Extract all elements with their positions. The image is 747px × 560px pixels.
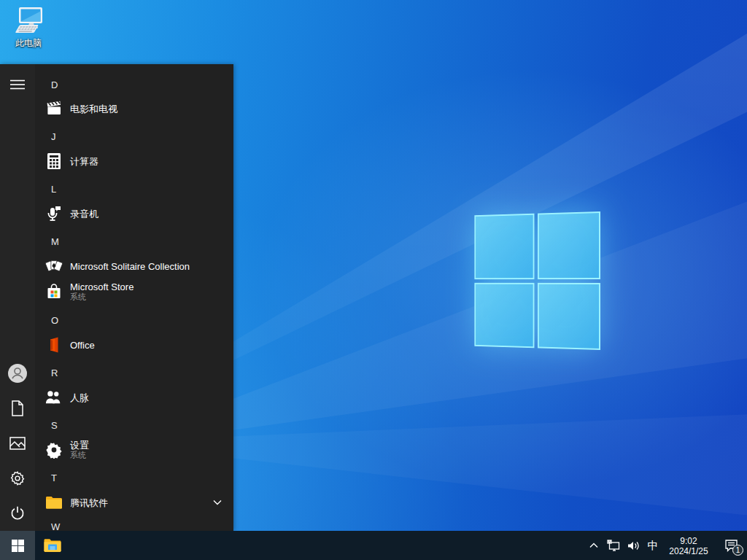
speaker-icon	[627, 540, 640, 551]
pictures-icon	[9, 437, 26, 450]
settings-gear-icon	[45, 441, 63, 459]
section-letter-r[interactable]: R	[35, 365, 233, 381]
network-button[interactable]	[604, 531, 623, 560]
hidden-icons-button[interactable]	[584, 531, 604, 560]
section-letter-l[interactable]: L	[35, 181, 233, 197]
start-menu-app-list: D 电影和电视 J	[35, 64, 233, 531]
notification-badge: 1	[732, 545, 743, 556]
chevron-up-icon	[589, 542, 598, 548]
documents-button[interactable]	[0, 391, 35, 426]
clock-date: 2024/1/25	[662, 546, 715, 556]
desktop-icon-this-pc[interactable]: 此电脑	[7, 6, 50, 48]
volume-button[interactable]	[623, 531, 643, 560]
app-sublabel: 系统	[70, 451, 89, 460]
app-label: 人脉	[70, 392, 89, 403]
store-icon	[45, 283, 63, 300]
voice-recorder-icon	[45, 205, 63, 222]
office-icon	[45, 336, 63, 354]
app-settings[interactable]: 设置 系统	[35, 434, 233, 466]
taskbar: 中 9:02 2024/1/25 1	[0, 531, 747, 560]
app-movies-tv[interactable]: 电影和电视	[35, 96, 233, 122]
section-letter-m[interactable]: M	[35, 233, 233, 249]
windows-logo-wallpaper	[474, 211, 600, 350]
start-menu: D 电影和电视 J	[0, 64, 233, 531]
section-letter-d[interactable]: D	[35, 77, 233, 93]
app-office[interactable]: Office	[35, 332, 233, 358]
app-label: Office	[70, 340, 95, 351]
app-sublabel: 系统	[70, 292, 133, 302]
app-label: 腾讯软件	[70, 497, 108, 508]
app-voice-recorder[interactable]: 录音机	[35, 201, 233, 227]
solitaire-icon	[45, 257, 63, 275]
app-calculator[interactable]: 计算器	[35, 148, 233, 174]
calculator-icon	[45, 152, 63, 170]
hamburger-icon	[10, 79, 25, 90]
file-explorer-icon	[43, 537, 62, 553]
app-label: 设置	[70, 440, 89, 451]
folder-icon	[45, 494, 63, 511]
action-center-button[interactable]: 1	[715, 531, 747, 560]
section-letter-j[interactable]: J	[35, 128, 233, 144]
chevron-down-icon[interactable]	[213, 499, 222, 505]
power-button[interactable]	[0, 496, 35, 531]
movies-tv-icon	[45, 100, 63, 117]
app-people[interactable]: 人脉	[35, 384, 233, 411]
start-button[interactable]	[0, 531, 35, 560]
start-menu-rail	[0, 64, 35, 531]
section-letter-o[interactable]: O	[35, 312, 233, 328]
section-letter-s[interactable]: S	[35, 417, 233, 433]
clock-time: 9:02	[662, 536, 715, 546]
this-pc-icon	[12, 6, 45, 36]
app-label: 计算器	[70, 156, 98, 167]
app-microsoft-store[interactable]: Microsoft Store 系统	[35, 276, 233, 308]
pictures-button[interactable]	[0, 426, 35, 461]
taskbar-clock[interactable]: 9:02 2024/1/25	[662, 535, 715, 556]
system-tray: 中 9:02 2024/1/25 1	[584, 531, 747, 560]
section-letter-t[interactable]: T	[35, 470, 233, 486]
section-letter-w[interactable]: W	[35, 518, 233, 531]
expand-menu-button[interactable]	[0, 67, 35, 102]
app-label: Microsoft Store	[70, 281, 133, 292]
documents-icon	[10, 400, 25, 416]
people-icon	[45, 389, 63, 406]
app-label: 电影和电视	[70, 104, 117, 114]
windows-start-icon	[12, 540, 24, 552]
settings-button[interactable]	[0, 461, 35, 496]
network-ethernet-icon	[607, 540, 620, 551]
desktop-icon-label: 此电脑	[7, 38, 50, 48]
user-avatar	[8, 364, 27, 383]
power-icon	[9, 505, 26, 521]
app-label: Microsoft Solitaire Collection	[70, 261, 190, 272]
file-explorer-button[interactable]	[35, 531, 70, 560]
gear-icon	[9, 470, 26, 486]
app-label: 录音机	[70, 209, 98, 219]
user-account-button[interactable]	[0, 356, 35, 391]
ime-indicator[interactable]: 中	[643, 531, 662, 560]
app-group-tencent[interactable]: 腾讯软件	[35, 489, 233, 516]
